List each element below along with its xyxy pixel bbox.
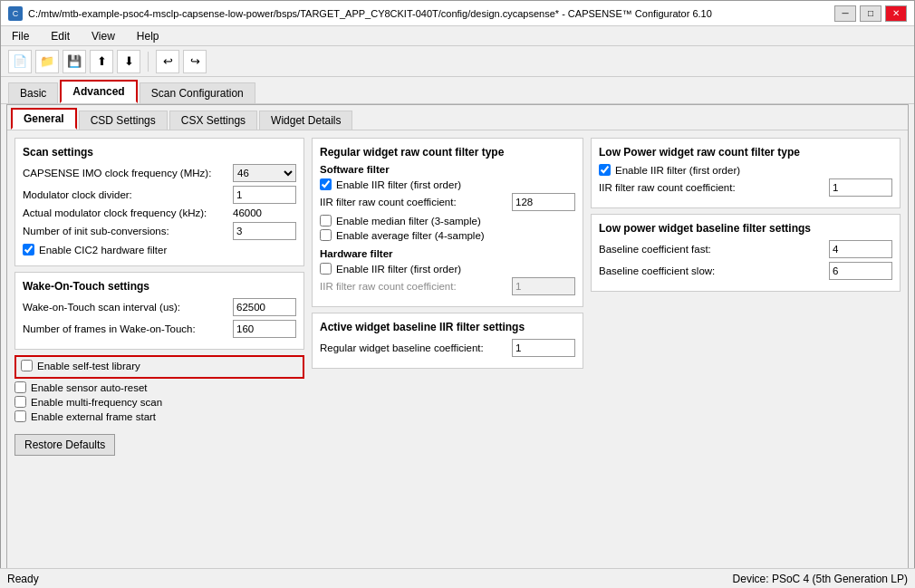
open-button[interactable]: 📁 xyxy=(35,50,59,73)
hw-iir-filter-checkbox[interactable] xyxy=(320,263,332,275)
lp-baseline-box: Low power widget baseline filter setting… xyxy=(591,214,901,292)
multi-freq-scan-label: Enable multi-frequency scan xyxy=(31,397,162,408)
middle-panel: Regular widget raw count filter type Sof… xyxy=(312,138,583,575)
external-frame-start-row: Enable external frame start xyxy=(14,410,304,422)
mod-clock-divider-row: Modulator clock divider: xyxy=(23,186,296,204)
sw-iir-filter-row: Enable IIR filter (first order) xyxy=(320,178,575,190)
maximize-button[interactable]: □ xyxy=(860,5,881,22)
export-button[interactable]: ⬆ xyxy=(90,50,113,73)
sw-average-filter-checkbox[interactable] xyxy=(320,229,332,241)
lp-iir-filter-label: Enable IIR filter (first order) xyxy=(615,165,740,176)
regular-filter-box: Regular widget raw count filter type Sof… xyxy=(312,138,583,307)
menu-bar: File Edit View Help xyxy=(1,26,914,46)
menu-file[interactable]: File xyxy=(8,28,33,44)
sw-iir-coeff-row: IIR filter raw count coefficient: xyxy=(320,193,575,211)
sw-iir-filter-checkbox[interactable] xyxy=(320,178,332,190)
sensor-auto-reset-label: Enable sensor auto-reset xyxy=(31,382,148,393)
main-tab-bar: Basic Advanced Scan Configuration xyxy=(1,77,914,104)
hardware-filter-label: Hardware filter xyxy=(320,248,575,259)
menu-edit[interactable]: Edit xyxy=(47,28,73,44)
hw-iir-coeff-label: IIR filter raw count coefficient: xyxy=(320,281,512,292)
wot-scan-interval-input[interactable] xyxy=(233,298,296,316)
sw-median-filter-checkbox[interactable] xyxy=(320,215,332,227)
mod-clock-divider-input[interactable] xyxy=(233,186,296,204)
lp-iir-filter-row: Enable IIR filter (first order) xyxy=(599,164,892,176)
wot-scan-interval-row: Wake-on-Touch scan interval (us): xyxy=(23,298,296,316)
external-frame-start-checkbox[interactable] xyxy=(14,410,26,422)
sensor-auto-reset-checkbox[interactable] xyxy=(14,381,26,393)
sw-iir-coeff-input[interactable] xyxy=(512,193,575,211)
baseline-coeff-slow-input[interactable] xyxy=(829,262,892,280)
toolbar-separator xyxy=(148,52,149,72)
tab-advanced[interactable]: Advanced xyxy=(60,80,137,103)
wot-settings-title: Wake-On-Touch settings xyxy=(23,280,296,293)
import-button[interactable]: ⬇ xyxy=(117,50,140,73)
undo-button[interactable]: ↩ xyxy=(156,50,179,73)
hardware-filter-section: Hardware filter Enable IIR filter (first… xyxy=(320,248,575,295)
tabs-content: General CSD Settings CSX Settings Widget… xyxy=(6,104,909,583)
sw-median-filter-row: Enable median filter (3-sample) xyxy=(320,215,575,227)
software-filter-label: Software filter xyxy=(320,164,575,175)
tab-scan-configuration[interactable]: Scan Configuration xyxy=(140,82,255,103)
hw-iir-filter-row: Enable IIR filter (first order) xyxy=(320,263,575,275)
title-text: C:/mtw/mtb-example-psoc4-msclp-capsense-… xyxy=(28,8,712,19)
software-filter-section: Software filter Enable IIR filter (first… xyxy=(320,164,575,241)
imo-clock-select[interactable]: 46 48 xyxy=(233,164,296,182)
baseline-filter-title: Active widget baseline IIR filter settin… xyxy=(320,321,575,333)
hw-iir-filter-label: Enable IIR filter (first order) xyxy=(336,264,461,275)
save-button[interactable]: 💾 xyxy=(63,50,86,73)
self-test-checkbox[interactable] xyxy=(21,360,33,371)
sw-average-filter-row: Enable average filter (4-sample) xyxy=(320,229,575,241)
lp-iir-coeff-input[interactable] xyxy=(829,178,892,197)
sub-tab-bar: General CSD Settings CSX Settings Widget… xyxy=(7,105,908,130)
subtab-widget-details[interactable]: Widget Details xyxy=(259,111,352,130)
baseline-coeff-slow-label: Baseline coefficient slow: xyxy=(599,265,829,276)
sw-iir-filter-label: Enable IIR filter (first order) xyxy=(336,179,461,190)
sw-median-filter-label: Enable median filter (3-sample) xyxy=(336,216,481,227)
menu-help[interactable]: Help xyxy=(133,28,163,44)
init-sub-conversions-row: Number of init sub-conversions: xyxy=(23,222,296,240)
external-frame-start-label: Enable external frame start xyxy=(31,411,156,422)
hw-iir-coeff-input xyxy=(512,277,575,295)
actual-clock-row: Actual modulator clock frequency (kHz): … xyxy=(23,207,296,218)
init-sub-conversions-label: Number of init sub-conversions: xyxy=(23,226,233,236)
cic2-filter-row: Enable CIC2 hardware filter xyxy=(23,244,296,255)
status-bar: Ready Device: PSoC 4 (5th Generation LP) xyxy=(0,568,915,588)
subtab-csd-settings[interactable]: CSD Settings xyxy=(79,111,168,130)
scan-settings-box: Scan settings CAPSENSE IMO clock frequen… xyxy=(14,138,304,266)
lp-iir-filter-checkbox[interactable] xyxy=(599,164,611,176)
baseline-coeff-slow-row: Baseline coefficient slow: xyxy=(599,262,892,280)
multi-freq-scan-row: Enable multi-frequency scan xyxy=(14,396,304,408)
tab-basic[interactable]: Basic xyxy=(8,82,58,103)
regular-filter-title: Regular widget raw count filter type xyxy=(320,146,575,159)
sw-iir-coeff-label: IIR filter raw count coefficient: xyxy=(320,197,512,207)
right-panel: Low Power widget raw count filter type E… xyxy=(591,138,901,575)
sw-average-filter-label: Enable average filter (4-sample) xyxy=(336,230,485,241)
wot-scan-interval-label: Wake-on-Touch scan interval (us): xyxy=(23,302,233,313)
subtab-csx-settings[interactable]: CSX Settings xyxy=(169,111,257,130)
redo-button[interactable]: ↪ xyxy=(183,50,207,73)
restore-defaults-button[interactable]: Restore Defaults xyxy=(14,434,115,456)
new-button[interactable]: 📄 xyxy=(8,50,32,73)
wot-frames-label: Number of frames in Wake-on-Touch: xyxy=(23,323,233,334)
baseline-filter-box: Active widget baseline IIR filter settin… xyxy=(312,313,583,369)
menu-view[interactable]: View xyxy=(88,28,119,44)
mod-clock-divider-label: Modulator clock divider: xyxy=(23,189,233,200)
cic2-filter-checkbox[interactable] xyxy=(23,244,34,255)
toolbar: 📄 📁 💾 ⬆ ⬇ ↩ ↪ xyxy=(1,46,914,77)
lp-baseline-title: Low power widget baseline filter setting… xyxy=(599,222,892,235)
multi-freq-scan-checkbox[interactable] xyxy=(14,396,26,408)
wot-frames-row: Number of frames in Wake-on-Touch: xyxy=(23,320,296,338)
init-sub-conversions-input[interactable] xyxy=(233,222,296,240)
wot-frames-input[interactable] xyxy=(233,320,296,338)
self-test-row: Enable self-test library xyxy=(21,360,298,371)
close-button[interactable]: ✕ xyxy=(885,5,907,22)
subtab-general[interactable]: General xyxy=(11,108,77,130)
baseline-coeff-fast-label: Baseline coefficient fast: xyxy=(599,244,829,255)
wot-settings-box: Wake-On-Touch settings Wake-on-Touch sca… xyxy=(14,272,304,350)
regular-baseline-coeff-input[interactable] xyxy=(512,339,575,357)
status-right: Device: PSoC 4 (5th Generation LP) xyxy=(733,573,908,585)
self-test-label: Enable self-test library xyxy=(37,361,140,371)
baseline-coeff-fast-input[interactable] xyxy=(829,240,892,258)
minimize-button[interactable]: ─ xyxy=(834,5,856,22)
